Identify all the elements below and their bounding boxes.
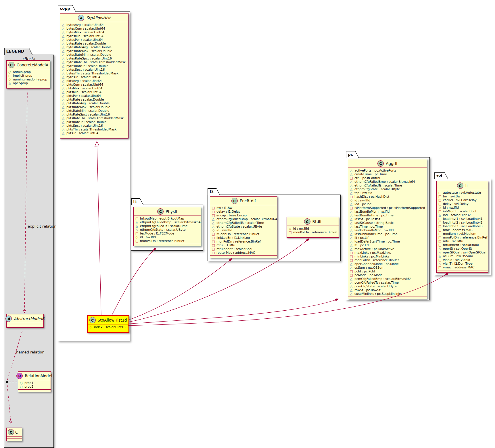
attribute-row: △ethpmCfgState : scalar.UByte (350, 187, 426, 191)
attribute-text: lastTime : pc.Time (354, 225, 383, 228)
attribute-row: △ethpmCfgState : scalar.UByte (135, 228, 200, 232)
attribute-row: △ethpmCfgFailedBmp : scalar.Bitmask64 (212, 217, 276, 221)
attribute-text: prop2 (24, 385, 33, 389)
attribute-text: bytesRateThr : stats.ThresholdedMask (66, 60, 126, 64)
package-tab-svi: svi (434, 172, 448, 179)
methods-compartment (210, 255, 277, 258)
oper-prop-icon: △ (62, 30, 65, 34)
oper-prop-icon: △ (438, 254, 442, 258)
attribute-text: id : nw.IfId (216, 228, 232, 232)
attributes-compartment: □bw : l1.Bw□delay : l1.Delay□encap : bas… (210, 205, 277, 255)
class-name: EncRtdIf (240, 199, 256, 203)
attribute-text: linkLogEn : l1.LinkLog (216, 236, 250, 240)
attribute-text: lastUnbundleMbr : nw.IfId (354, 228, 394, 232)
attribute-row: □vmac : address.MAC (438, 266, 487, 269)
attribute-row: △ethpmCfgFailedBmp : scalar.Bitmask64 (350, 180, 426, 184)
attribute-row: ○admin-prop (8, 70, 49, 74)
attribute-row: □encap : base.Encap (212, 214, 276, 217)
admin-prop-icon: ○ (8, 70, 11, 74)
oper-prop-icon: △ (62, 23, 65, 27)
oper-prop-icon: △ (62, 64, 65, 68)
attribute-text: ctrl : pc.IfControl (354, 176, 380, 180)
attribute-text: encap : base.Encap (216, 214, 247, 217)
attribute-row: △loadDeferStartTime : pc.Time (350, 240, 426, 243)
implicit-prop-icon: □ (350, 195, 353, 199)
oper-prop-icon: △ (62, 45, 65, 49)
implicit-prop-icon: □ (438, 209, 442, 213)
class-name: C (15, 430, 18, 434)
implicit-prop-icon: □ (288, 230, 292, 234)
attribute-row: □autostate : svi.Autostate (438, 191, 487, 195)
oper-prop-icon: △ (62, 68, 65, 72)
oper-prop-icon: △ (350, 236, 353, 240)
package-label-l3: l3 (208, 189, 220, 195)
attribute-row: △operStQual : svi.OperStQual (438, 251, 487, 254)
naming-prop-icon: ◇ (438, 206, 442, 209)
attribute-text: bytesCum : scalar.Uint64 (66, 27, 105, 30)
attribute-row: □delay : svi.Delay (438, 202, 487, 206)
attribute-text: lastUnbundleTime : pc.Time (354, 232, 398, 236)
attribute-row: △pktsRateMax : scalar.Double (62, 105, 127, 109)
attribute-text: monPolDn : reference.BinRef (140, 239, 184, 243)
oper-prop-icon: △ (8, 81, 11, 85)
attribute-row: ◇id : nw.IfId (135, 235, 200, 239)
oper-prop-icon: △ (62, 34, 65, 38)
attribute-row: ◇id : nw.IfId (438, 206, 487, 209)
attribute-text: pktsSpct : scalar.Uint16 (66, 124, 103, 128)
methods-compartment (287, 235, 339, 237)
attributes-compartment: ◇index : scalar.Uint16 (88, 324, 128, 330)
implicit-prop-icon: □ (438, 202, 442, 206)
attribute-text: ethpmCfgFailedTs : scalar.Time (354, 184, 402, 187)
oper-prop-icon: △ (438, 262, 442, 266)
attribute-text: oper-prop (13, 81, 28, 85)
attribute-text: pcmCfgState : scalar.UByte (354, 284, 397, 288)
attribute-row: □medium : svi.Medium (438, 232, 487, 236)
attribute-text: loadDeferStartTime : pc.Time (354, 240, 400, 243)
attribute-row: △lastBundleMbr : nw.IfId (350, 210, 426, 214)
attribute-text: ethpmCfgFailedBmp : scalar.Bitmask64 (216, 217, 277, 221)
attributes-compartment: △bytesAvg : scalar.Uint64△bytesCum : sca… (60, 22, 128, 136)
implicit-prop-icon: □ (438, 236, 442, 239)
attribute-text: pcMode : pc.Mode (354, 273, 383, 277)
abstract-spot-icon: A (5, 316, 12, 322)
attribute-text: hashDist : pc.HashDist (354, 195, 389, 199)
class-spot-icon: C (377, 160, 384, 167)
attribute-row: △ethpmCfgFailedTs : scalar.Time (350, 184, 426, 187)
attributes-compartment: ◇id : nw.IfId□monPolDn : reference.BinRe… (287, 226, 339, 235)
attribute-text: implicit-prop (13, 74, 32, 78)
oper-prop-icon: △ (62, 109, 65, 113)
methods-compartment (437, 270, 488, 272)
composition-aggrif-edge (128, 299, 338, 324)
attribute-row: △rowSt : pc.RowSt (350, 288, 426, 292)
attribute-row: △bytesRateThr : stats.ThresholdedMask (62, 60, 127, 64)
composition-encrtdif-edge (128, 258, 232, 320)
attribute-text: medium : svi.Medium (443, 232, 476, 236)
oper-prop-icon: △ (62, 94, 65, 98)
attribute-text: bytesPer : scalar.Uint64 (66, 38, 103, 42)
attribute-text: fecMode : l1.FECMode (140, 232, 174, 235)
oper-prop-icon: △ (350, 281, 353, 284)
oper-prop-icon: △ (350, 187, 353, 191)
attribute-text: osSum : nw.OSSum (354, 266, 384, 270)
class-spot-icon: C (231, 198, 238, 204)
attribute-row: △operSt : svi.OperSt (438, 247, 487, 251)
attribute-text: maxLinks : pc.MaxLinks (354, 251, 391, 255)
oper-prop-icon: △ (62, 98, 65, 101)
attribute-text: monPolDn : reference.BinRef (216, 240, 261, 243)
attribute-row: △bytesCum : scalar.Uint64 (62, 27, 127, 30)
attribute-row: □mtuInherit : scalar.Bool (212, 247, 276, 251)
class-spot-icon: C (89, 317, 96, 323)
implicit-prop-icon: □ (212, 247, 215, 251)
oper-prop-icon: △ (350, 243, 353, 247)
attribute-text: admin-prop (13, 70, 31, 74)
attribute-row: △pktsThr : stats.ThresholdedMask (62, 128, 127, 131)
class-name: PhysIf (166, 209, 177, 214)
class-title: A AbstractModelB (7, 314, 43, 323)
attribute-row: △lastSt : pc.LastSt (350, 217, 426, 221)
methods-compartment (134, 244, 201, 246)
attribute-row: △ethpmCfgState : scalar.UByte (212, 225, 276, 228)
oper-prop-icon: △ (350, 180, 353, 184)
attribute-text: lif : pc.Lif (354, 236, 368, 240)
attribute-text: pktsRateMin : scalar.Double (66, 109, 109, 113)
attribute-text: vlanId : svi.VlanId (443, 258, 470, 262)
